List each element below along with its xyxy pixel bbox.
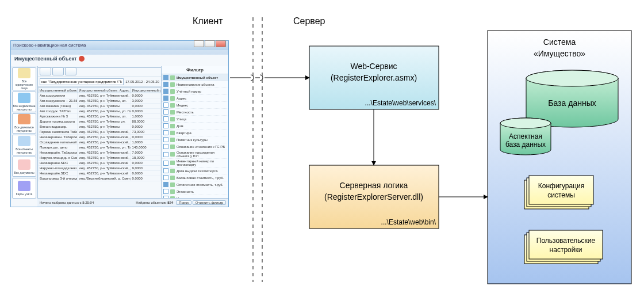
search-button[interactable]: Поиск xyxy=(176,200,191,205)
status-count-label: Найдено объектов: xyxy=(136,201,166,204)
svg-text:(RegisterExplorer.asmx): (RegisterExplorer.asmx) xyxy=(331,73,417,82)
toolbar-back-button[interactable] xyxy=(40,67,51,75)
filter-item[interactable]: Этажность xyxy=(162,188,228,195)
svg-text:Аспектная: Аспектная xyxy=(509,132,542,140)
svg-point-20 xyxy=(500,118,551,128)
filter-item[interactable]: Местность xyxy=(162,109,228,116)
filter-item[interactable]: Квартира xyxy=(162,130,228,136)
zone-label-server: Сервер xyxy=(293,16,325,26)
client-screenshot: Поисково-навигационная система Имуществе… xyxy=(10,40,229,207)
search-bar: 17.05.2012 - 24.05.20 xyxy=(38,77,161,87)
table-row[interactable]: Наружно-площадклево 2 очередьинд. 452750… xyxy=(39,166,161,171)
clear-filter-button[interactable]: Очистить фильтр xyxy=(193,200,226,205)
window-controls[interactable] xyxy=(193,40,226,51)
grid-column-header[interactable]: Имущественный объект: Наименование объек… xyxy=(39,88,78,93)
status-count: 824 xyxy=(167,201,173,204)
filter-item[interactable]: Дом xyxy=(162,123,228,130)
grid-column-header[interactable]: Имущественный объект: Адрес xyxy=(78,88,131,93)
svg-text:системы: системы xyxy=(547,191,575,199)
svg-text:база данных: база данных xyxy=(505,140,546,149)
filter-item[interactable]: Имущественный объект xyxy=(162,74,228,81)
svg-text:Web-Сервис: Web-Сервис xyxy=(350,62,397,71)
filter-item[interactable]: Наименование объекта xyxy=(162,81,228,88)
table-row[interactable]: Артскважина № 3инд. 452750, р-н Туймазы,… xyxy=(39,114,161,119)
filter-item[interactable]: Индекс xyxy=(162,102,228,109)
filter-item[interactable]: Памятник культуры xyxy=(162,136,228,143)
doc-config: Конфигурация системы xyxy=(524,176,593,209)
zone-label-client: Клиент xyxy=(193,16,223,26)
filter-item[interactable]: Остаточная стоимость, т.руб. xyxy=(162,181,228,188)
filter-item[interactable]: Адрес xyxy=(162,95,228,102)
status-text: Ничего выбрано данных с 8:25:04 xyxy=(40,201,94,204)
table-row[interactable]: Пожарн.дог. депоинд. 452750, р-н Туймазы… xyxy=(39,145,161,150)
svg-text:База данных: База данных xyxy=(548,98,596,108)
grid-column-header[interactable]: Имущественный объект: Остаточная стоимос… xyxy=(131,88,160,93)
svg-text:...\Estate\web\services\: ...\Estate\web\services\ xyxy=(365,99,436,107)
status-bar: Ничего выбрано данных с 8:25:04 Найдено … xyxy=(37,198,228,207)
search-date: 17.05.2012 - 24.05.20 xyxy=(125,80,159,83)
filter-item[interactable]: Основание отнесения к ГС РБ xyxy=(162,143,228,150)
db-aspect: Аспектная база данных xyxy=(500,118,551,155)
sidebar-item[interactable]: Все объекты имущества xyxy=(12,135,36,155)
center-panel: 17.05.2012 - 24.05.20 Имущественный объе… xyxy=(38,66,161,199)
page-title: Имущественный объект xyxy=(14,56,76,62)
toolbar-refresh-button[interactable] xyxy=(65,67,76,75)
filter-item[interactable]: Основание нахождения объекта у ЮЛ xyxy=(162,150,228,159)
sidebar-item[interactable]: Карты учёта xyxy=(12,178,36,199)
system-box: Система «Имущество» База данных Аспектна… xyxy=(488,31,631,284)
svg-text:Пользовательские: Пользовательские xyxy=(536,237,596,245)
table-row[interactable]: Авт.машина (тахео)инд. 452750, р-н Туйма… xyxy=(39,104,161,109)
filter-item[interactable]: Учётный номер xyxy=(162,88,228,95)
window-title: Поисково-навигационная система xyxy=(13,41,86,50)
sidebar-item[interactable]: Все недвижимое имущество xyxy=(12,92,36,112)
table-row[interactable]: Авт.сооруж. ТАТГазинд. 452750, р-н Туйма… xyxy=(39,109,161,114)
table-row[interactable]: Дорога подзед.дорогаинд. 452750, р-н Туй… xyxy=(39,119,161,124)
svg-text:настройки: настройки xyxy=(550,246,582,254)
table-row[interactable]: Авт.сооружение – 21.56,31кв. Нурмамб.инд… xyxy=(39,98,161,104)
sidebar: Все юридические лицаВсе недвижимое имуще… xyxy=(11,66,38,199)
table-row[interactable]: Незавершённ. Табарскийинд. 452750, р-н Т… xyxy=(39,135,161,140)
filter-item[interactable]: Инвентарный номер по техпаспорту xyxy=(162,159,228,168)
server-logic-box: Серверная логика (RegisterExplorerServer… xyxy=(309,165,439,229)
search-input[interactable] xyxy=(40,78,124,85)
toolbar-forward-button[interactable] xyxy=(52,67,64,75)
table-row[interactable]: Незавершён. Табарскогоинд. 452750, р-н Т… xyxy=(39,150,161,155)
web-service-box: Web-Сервис (RegisterExplorer.asmx) ...\E… xyxy=(309,46,439,109)
svg-text:...\Estate\web\bin\: ...\Estate\web\bin\ xyxy=(381,218,436,226)
table-row[interactable]: Ограждение котельной Табарскогоинд. 4527… xyxy=(39,140,161,145)
svg-text:Серверная логика: Серверная логика xyxy=(340,181,408,190)
svg-rect-30 xyxy=(529,230,603,259)
filter-panel: Фильтр Имущественный объектНаименование … xyxy=(161,66,228,199)
results-grid[interactable]: Имущественный объект: Наименование объек… xyxy=(38,87,161,199)
table-row[interactable]: Внешн.водосокр.инд. 452750, р-н Туймазы0… xyxy=(39,124,161,130)
filter-item[interactable]: Дата выдачи техпаспорта xyxy=(162,168,228,174)
sidebar-item[interactable]: Все документы xyxy=(12,157,36,177)
sidebar-item[interactable]: Все юридические лица xyxy=(12,67,36,90)
window-titlebar: Поисково-навигационная система xyxy=(11,41,228,50)
svg-rect-25 xyxy=(529,176,593,204)
filter-item[interactable]: Улица xyxy=(162,116,228,123)
table-row[interactable]: Незавершён.SDСинд. 452750, р-н Туймазинс… xyxy=(39,161,161,166)
table-row[interactable]: Гаражи комплекса Табанскиеинд. 452750, р… xyxy=(39,130,161,135)
close-tab-icon[interactable] xyxy=(79,56,85,62)
table-row[interactable]: Водопровод 3-й очередиинд./Верхнебишинск… xyxy=(39,176,161,181)
svg-text:Система: Система xyxy=(543,37,576,47)
table-row[interactable]: Наружн.площадь с Сметаниноинд. 452750, р… xyxy=(39,155,161,161)
filter-title: Фильтр xyxy=(162,66,228,74)
svg-text:(RegisterExplorerServer.dll): (RegisterExplorerServer.dll) xyxy=(324,192,423,201)
table-row[interactable]: Незавершён.SDСинд. 452750, р-н Туймазинс… xyxy=(39,171,161,176)
filter-item[interactable]: Балансовая стоимость, т.руб. xyxy=(162,174,228,181)
svg-text:«Имущество»: «Имущество» xyxy=(534,49,585,58)
sidebar-item[interactable]: Все движимое имущество xyxy=(12,113,36,134)
table-row[interactable]: Авт.сооруженияинд. 452750, р-н Туймазинс… xyxy=(39,93,161,98)
svg-text:Конфигурация: Конфигурация xyxy=(538,182,585,190)
doc-user: Пользовательские настройки xyxy=(524,230,603,264)
svg-point-17 xyxy=(526,70,618,86)
toolbar xyxy=(38,66,161,77)
